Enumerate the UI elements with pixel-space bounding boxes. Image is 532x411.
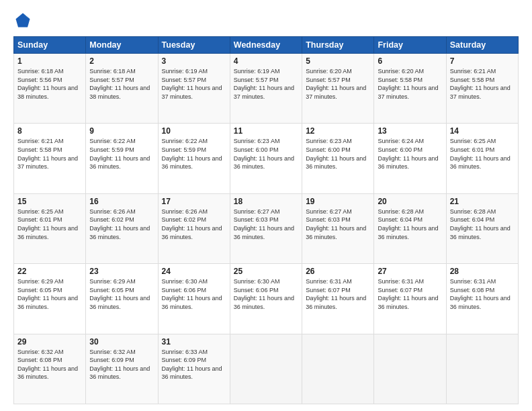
day-number: 14	[450, 126, 515, 136]
table-row: 2Sunrise: 6:18 AMSunset: 5:57 PMDaylight…	[86, 54, 158, 124]
day-number: 19	[306, 197, 370, 206]
svg-marker-0	[16, 13, 30, 28]
table-row: 16Sunrise: 6:26 AMSunset: 6:02 PMDayligh…	[86, 193, 158, 263]
table-row: 9Sunrise: 6:22 AMSunset: 5:59 PMDaylight…	[86, 124, 158, 193]
table-row: 4Sunrise: 6:19 AMSunset: 5:57 PMDaylight…	[230, 54, 302, 124]
day-info: Sunrise: 6:24 AMSunset: 6:00 PMDaylight:…	[378, 137, 442, 171]
table-row: 18Sunrise: 6:27 AMSunset: 6:03 PMDayligh…	[230, 193, 302, 263]
day-number: 23	[89, 267, 154, 276]
table-row: 29Sunrise: 6:32 AMSunset: 6:08 PMDayligh…	[14, 334, 86, 404]
day-info: Sunrise: 6:33 AMSunset: 6:09 PMDaylight:…	[162, 348, 226, 381]
day-info: Sunrise: 6:20 AMSunset: 5:57 PMDaylight:…	[306, 67, 370, 101]
day-info: Sunrise: 6:31 AMSunset: 6:08 PMDaylight:…	[450, 277, 515, 311]
table-row: 8Sunrise: 6:21 AMSunset: 5:58 PMDaylight…	[14, 124, 86, 193]
day-number: 27	[378, 267, 442, 276]
table-row: 17Sunrise: 6:26 AMSunset: 6:02 PMDayligh…	[158, 193, 230, 263]
day-number: 20	[378, 197, 442, 206]
day-number: 2	[89, 56, 154, 66]
day-number: 30	[89, 337, 154, 347]
table-row: 24Sunrise: 6:30 AMSunset: 6:06 PMDayligh…	[158, 264, 230, 334]
table-row: 15Sunrise: 6:25 AMSunset: 6:01 PMDayligh…	[14, 193, 86, 263]
calendar-week-5: 29Sunrise: 6:32 AMSunset: 6:08 PMDayligh…	[14, 334, 519, 404]
day-number: 31	[162, 337, 226, 347]
day-info: Sunrise: 6:28 AMSunset: 6:04 PMDaylight:…	[450, 208, 515, 241]
table-row: 20Sunrise: 6:28 AMSunset: 6:04 PMDayligh…	[374, 193, 446, 263]
day-info: Sunrise: 6:26 AMSunset: 6:02 PMDaylight:…	[89, 208, 154, 241]
calendar-weekday-saturday: Saturday	[446, 37, 518, 54]
calendar-weekday-tuesday: Tuesday	[158, 37, 230, 54]
page: SundayMondayTuesdayWednesdayThursdayFrid…	[0, 0, 532, 411]
table-row: 28Sunrise: 6:31 AMSunset: 6:08 PMDayligh…	[446, 264, 518, 334]
table-row	[374, 334, 446, 404]
day-number: 13	[378, 126, 442, 136]
table-row: 30Sunrise: 6:32 AMSunset: 6:09 PMDayligh…	[86, 334, 158, 404]
day-number: 9	[89, 126, 154, 136]
day-number: 8	[17, 126, 82, 136]
table-row: 22Sunrise: 6:29 AMSunset: 6:05 PMDayligh…	[14, 264, 86, 334]
day-info: Sunrise: 6:19 AMSunset: 5:57 PMDaylight:…	[234, 67, 298, 101]
day-info: Sunrise: 6:32 AMSunset: 6:08 PMDaylight:…	[17, 348, 82, 381]
day-info: Sunrise: 6:25 AMSunset: 6:01 PMDaylight:…	[450, 137, 515, 171]
day-info: Sunrise: 6:23 AMSunset: 6:00 PMDaylight:…	[234, 137, 298, 171]
day-info: Sunrise: 6:29 AMSunset: 6:05 PMDaylight:…	[89, 277, 154, 311]
table-row: 7Sunrise: 6:21 AMSunset: 5:58 PMDaylight…	[446, 54, 518, 124]
day-info: Sunrise: 6:22 AMSunset: 5:59 PMDaylight:…	[162, 137, 226, 171]
table-row: 5Sunrise: 6:20 AMSunset: 5:57 PMDaylight…	[302, 54, 374, 124]
calendar-header-row: SundayMondayTuesdayWednesdayThursdayFrid…	[14, 37, 519, 54]
day-number: 25	[234, 267, 298, 276]
day-number: 28	[450, 267, 515, 276]
day-number: 5	[306, 56, 370, 66]
table-row: 26Sunrise: 6:31 AMSunset: 6:07 PMDayligh…	[302, 264, 374, 334]
calendar-weekday-thursday: Thursday	[302, 37, 374, 54]
day-number: 6	[378, 56, 442, 66]
day-info: Sunrise: 6:21 AMSunset: 5:58 PMDaylight:…	[450, 67, 515, 101]
calendar-week-3: 15Sunrise: 6:25 AMSunset: 6:01 PMDayligh…	[14, 193, 519, 263]
calendar-week-2: 8Sunrise: 6:21 AMSunset: 5:58 PMDaylight…	[14, 124, 519, 193]
day-info: Sunrise: 6:23 AMSunset: 6:00 PMDaylight:…	[306, 137, 370, 171]
day-info: Sunrise: 6:31 AMSunset: 6:07 PMDaylight:…	[306, 277, 370, 311]
calendar-week-4: 22Sunrise: 6:29 AMSunset: 6:05 PMDayligh…	[14, 264, 519, 334]
day-number: 1	[17, 56, 82, 66]
day-info: Sunrise: 6:26 AMSunset: 6:02 PMDaylight:…	[162, 208, 226, 241]
day-info: Sunrise: 6:22 AMSunset: 5:59 PMDaylight:…	[89, 137, 154, 171]
day-info: Sunrise: 6:19 AMSunset: 5:57 PMDaylight:…	[162, 67, 226, 101]
table-row	[230, 334, 302, 404]
table-row	[446, 334, 518, 404]
day-number: 24	[162, 267, 226, 276]
table-row: 1Sunrise: 6:18 AMSunset: 5:56 PMDaylight…	[14, 54, 86, 124]
table-row: 25Sunrise: 6:30 AMSunset: 6:06 PMDayligh…	[230, 264, 302, 334]
table-row: 19Sunrise: 6:27 AMSunset: 6:03 PMDayligh…	[302, 193, 374, 263]
calendar-weekday-monday: Monday	[86, 37, 158, 54]
day-info: Sunrise: 6:25 AMSunset: 6:01 PMDaylight:…	[17, 208, 82, 241]
day-info: Sunrise: 6:32 AMSunset: 6:09 PMDaylight:…	[89, 348, 154, 381]
day-number: 22	[17, 267, 82, 276]
day-number: 10	[162, 126, 226, 136]
day-info: Sunrise: 6:30 AMSunset: 6:06 PMDaylight:…	[162, 277, 226, 311]
table-row: 11Sunrise: 6:23 AMSunset: 6:00 PMDayligh…	[230, 124, 302, 193]
calendar-weekday-wednesday: Wednesday	[230, 37, 302, 54]
day-number: 29	[17, 337, 82, 347]
day-number: 16	[89, 197, 154, 206]
day-info: Sunrise: 6:27 AMSunset: 6:03 PMDaylight:…	[234, 208, 298, 241]
day-info: Sunrise: 6:28 AMSunset: 6:04 PMDaylight:…	[378, 208, 442, 241]
table-row: 6Sunrise: 6:20 AMSunset: 5:58 PMDaylight…	[374, 54, 446, 124]
day-info: Sunrise: 6:21 AMSunset: 5:58 PMDaylight:…	[17, 137, 82, 171]
day-number: 11	[234, 126, 298, 136]
day-number: 18	[234, 197, 298, 206]
table-row: 10Sunrise: 6:22 AMSunset: 5:59 PMDayligh…	[158, 124, 230, 193]
day-number: 26	[306, 267, 370, 276]
table-row: 14Sunrise: 6:25 AMSunset: 6:01 PMDayligh…	[446, 124, 518, 193]
day-info: Sunrise: 6:30 AMSunset: 6:06 PMDaylight:…	[234, 277, 298, 311]
day-info: Sunrise: 6:18 AMSunset: 5:57 PMDaylight:…	[89, 67, 154, 101]
table-row: 31Sunrise: 6:33 AMSunset: 6:09 PMDayligh…	[158, 334, 230, 404]
day-info: Sunrise: 6:27 AMSunset: 6:03 PMDaylight:…	[306, 208, 370, 241]
calendar-table: SundayMondayTuesdayWednesdayThursdayFrid…	[13, 36, 519, 404]
calendar-weekday-sunday: Sunday	[14, 37, 86, 54]
table-row: 13Sunrise: 6:24 AMSunset: 6:00 PMDayligh…	[374, 124, 446, 193]
table-row: 3Sunrise: 6:19 AMSunset: 5:57 PMDaylight…	[158, 54, 230, 124]
day-info: Sunrise: 6:31 AMSunset: 6:07 PMDaylight:…	[378, 277, 442, 311]
table-row	[302, 334, 374, 404]
day-info: Sunrise: 6:29 AMSunset: 6:05 PMDaylight:…	[17, 277, 82, 311]
logo	[13, 11, 35, 30]
day-number: 4	[234, 56, 298, 66]
